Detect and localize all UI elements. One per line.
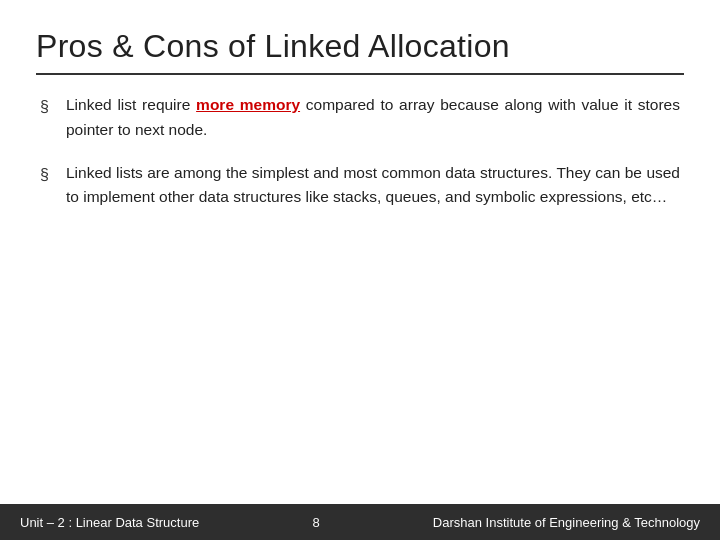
- bullet1-highlight: more memory: [196, 96, 300, 113]
- bullet-icon-2: §: [40, 162, 58, 188]
- slide-footer: Unit – 2 : Linear Data Structure 8 Darsh…: [0, 504, 720, 540]
- bullet-item-2: § Linked lists are among the simplest an…: [40, 161, 680, 211]
- bullet-text-2: Linked lists are among the simplest and …: [66, 161, 680, 211]
- title-section: Pros & Cons of Linked Allocation: [36, 28, 684, 75]
- footer-left-text: Unit – 2 : Linear Data Structure: [20, 515, 199, 530]
- slide-container: Pros & Cons of Linked Allocation § Linke…: [0, 0, 720, 540]
- footer-page-number: 8: [312, 515, 319, 530]
- bullet-text-1: Linked list require more memory compared…: [66, 93, 680, 143]
- bullet1-text-before: Linked list require: [66, 96, 196, 113]
- bullet-icon-1: §: [40, 94, 58, 120]
- content-section: § Linked list require more memory compar…: [36, 93, 684, 540]
- bullet-item-1: § Linked list require more memory compar…: [40, 93, 680, 143]
- slide-title: Pros & Cons of Linked Allocation: [36, 28, 684, 65]
- footer-right-text: Darshan Institute of Engineering & Techn…: [433, 515, 700, 530]
